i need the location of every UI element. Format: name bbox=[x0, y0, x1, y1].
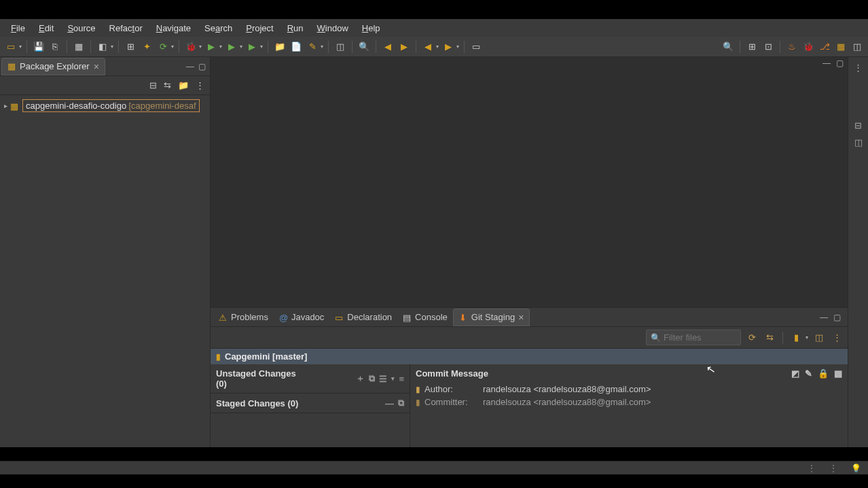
status-bar: ⋮ ⋮ 💡 bbox=[0, 461, 868, 474]
view-menu-icon[interactable]: ⋮ bbox=[196, 80, 204, 90]
menu-run[interactable]: Run bbox=[281, 20, 310, 36]
add-selected-icon[interactable]: ＋ bbox=[356, 372, 365, 385]
focus-task-icon[interactable]: 📁 bbox=[178, 80, 189, 90]
link-editor-icon[interactable]: ⇆ bbox=[164, 80, 171, 90]
open-type-icon[interactable]: ◧ bbox=[96, 40, 109, 54]
tab-console[interactable]: ▤ Console bbox=[397, 309, 453, 325]
tab-git-staging[interactable]: ⬇ Git Staging × bbox=[453, 309, 530, 326]
amend-icon[interactable]: ◩ bbox=[791, 368, 799, 379]
run-icon[interactable]: ▶ bbox=[204, 40, 218, 54]
author-icon: ▮ bbox=[416, 385, 420, 394]
status-progress-icon[interactable]: ⋮ bbox=[829, 464, 837, 473]
save-all-icon[interactable]: ⎘ bbox=[48, 40, 62, 54]
menu-help[interactable]: Help bbox=[355, 20, 387, 36]
debug-icon[interactable]: 🐞 bbox=[184, 40, 198, 54]
menu-navigate[interactable]: Navigate bbox=[149, 20, 198, 36]
menu-edit[interactable]: Edit bbox=[32, 20, 60, 36]
view-menu-icon[interactable]: ⋮ bbox=[830, 331, 844, 345]
minimize-icon[interactable]: — bbox=[186, 62, 194, 71]
tab-problems[interactable]: ⚠ Problems bbox=[213, 309, 274, 325]
new-icon[interactable]: ▭ bbox=[4, 40, 18, 54]
author-value[interactable]: randelsouza <randelsouza88@gmail.com> bbox=[483, 384, 651, 394]
minimize-icon[interactable]: — bbox=[822, 58, 831, 68]
menu-refactor[interactable]: Refactor bbox=[103, 20, 149, 36]
changeid-icon[interactable]: 🔒 bbox=[818, 368, 829, 379]
javadoc-icon: @ bbox=[279, 313, 288, 321]
tip-icon[interactable]: 💡 bbox=[851, 464, 861, 473]
collapse-all-icon[interactable]: ⊟ bbox=[149, 80, 157, 90]
preview-icon[interactable]: ▦ bbox=[834, 368, 842, 379]
author-label: Author: bbox=[424, 384, 479, 394]
pin-editor-icon[interactable]: ▭ bbox=[469, 40, 483, 54]
perspective-switch-icon[interactable]: ⊡ bbox=[761, 40, 775, 54]
debug-perspective-icon[interactable]: 🐞 bbox=[801, 40, 815, 54]
menu-project[interactable]: Project bbox=[239, 20, 280, 36]
menu-window[interactable]: Window bbox=[310, 20, 355, 36]
new-class-icon[interactable]: 📄 bbox=[289, 40, 303, 54]
minimize-icon[interactable]: — bbox=[820, 313, 828, 322]
new-package-icon[interactable]: 📁 bbox=[273, 40, 287, 54]
coverage-icon[interactable]: ▶ bbox=[225, 40, 238, 54]
window-titlebar bbox=[0, 0, 868, 19]
save-icon[interactable]: 💾 bbox=[32, 40, 46, 54]
open-perspective-icon[interactable]: ⊞ bbox=[745, 40, 759, 54]
repo-title: Capgemini [master] bbox=[225, 351, 307, 362]
menu-file[interactable]: File bbox=[4, 20, 32, 36]
resource-perspective-icon[interactable]: ▦ bbox=[834, 40, 848, 54]
outline-trim-icon[interactable]: ⋮ bbox=[854, 63, 863, 73]
close-icon[interactable]: × bbox=[518, 312, 524, 323]
problems-icon: ⚠ bbox=[219, 313, 228, 321]
repo-select-icon[interactable]: ▮ bbox=[789, 331, 803, 345]
project-node[interactable]: ▸ ▦ capgemini-desafio-codigo [capgemini-… bbox=[1, 98, 209, 114]
resume-icon[interactable]: ⟳ bbox=[156, 40, 170, 54]
add-all-icon[interactable]: ⧉ bbox=[369, 373, 375, 384]
build-icon[interactable]: ▦ bbox=[72, 40, 86, 54]
prev-annotation-icon[interactable]: ◀ bbox=[381, 40, 395, 54]
unstage-selected-icon[interactable]: — bbox=[385, 398, 394, 408]
staged-section: Staged Changes (0) — ⧉ bbox=[211, 394, 410, 413]
open-task-icon[interactable]: ◫ bbox=[333, 40, 347, 54]
package-explorer-label: Package Explorer bbox=[20, 61, 90, 71]
compare-mode-icon[interactable]: ◫ bbox=[812, 331, 826, 345]
team-perspective-icon[interactable]: ◫ bbox=[850, 40, 864, 54]
next-annotation-icon[interactable]: ▶ bbox=[397, 40, 411, 54]
menu-search[interactable]: Search bbox=[198, 20, 239, 36]
sort-dropdown[interactable]: ▾ bbox=[391, 375, 395, 382]
maximize-icon[interactable]: ▢ bbox=[833, 313, 841, 322]
skip-breakpoints-icon[interactable]: ✦ bbox=[140, 40, 153, 54]
menu-source[interactable]: Source bbox=[60, 20, 102, 36]
tab-javadoc[interactable]: @ Javadoc bbox=[274, 309, 329, 325]
signoff-icon[interactable]: ✎ bbox=[805, 368, 812, 379]
java-perspective-icon[interactable]: ♨ bbox=[785, 40, 799, 54]
expand-arrow-icon[interactable]: ▸ bbox=[4, 102, 7, 109]
filter-files-field[interactable] bbox=[664, 332, 736, 343]
run-last-icon[interactable]: ▶ bbox=[245, 40, 259, 54]
maximize-icon[interactable]: ▢ bbox=[198, 62, 206, 71]
committer-value[interactable]: randelsouza <randelsouza88@gmail.com> bbox=[483, 397, 651, 407]
minimap-trim-icon[interactable]: ◫ bbox=[854, 137, 863, 147]
project-tree[interactable]: ▸ ▦ capgemini-desafio-codigo [capgemini-… bbox=[0, 95, 210, 447]
new-dropdown[interactable]: ▾ bbox=[19, 43, 22, 50]
new-folder-icon[interactable]: ✎ bbox=[306, 40, 319, 54]
presentation-icon[interactable]: ☰ bbox=[379, 374, 387, 384]
package-explorer-tab[interactable]: ▦ Package Explorer × bbox=[1, 58, 105, 75]
back-icon[interactable]: ◀ bbox=[421, 40, 435, 54]
link-selection-icon[interactable]: ⇆ bbox=[763, 331, 776, 345]
task-list-trim-icon[interactable]: ⊟ bbox=[854, 120, 862, 130]
filter-files-input[interactable]: 🔍 bbox=[646, 330, 741, 345]
main-toolbar: ▭▾ 💾 ⎘ ▦ ◧▾ ⊞ ✦ ⟳▾ 🐞▾ ▶▾ ▶▾ ▶▾ 📁 📄 ✎▾ ◫ … bbox=[0, 37, 868, 57]
maximize-icon[interactable]: ▢ bbox=[836, 58, 844, 68]
search-tool-icon[interactable]: 🔍 bbox=[357, 40, 371, 54]
close-icon[interactable]: × bbox=[94, 61, 99, 72]
tab-declaration[interactable]: ▭ Declaration bbox=[329, 309, 397, 325]
console-icon: ▤ bbox=[403, 313, 412, 321]
unstage-all-icon[interactable]: ⧉ bbox=[398, 398, 404, 408]
quick-access-icon[interactable]: 🔍 bbox=[721, 40, 735, 54]
status-handle-icon[interactable]: ⋮ bbox=[808, 464, 816, 473]
toggle-breadcrumb-icon[interactable]: ⊞ bbox=[124, 40, 137, 54]
git-perspective-icon[interactable]: ⎇ bbox=[818, 40, 831, 54]
declaration-icon: ▭ bbox=[335, 313, 344, 321]
sort-icon[interactable]: ≡ bbox=[399, 374, 404, 384]
forward-icon[interactable]: ▶ bbox=[441, 40, 455, 54]
refresh-icon[interactable]: ⟳ bbox=[745, 331, 759, 345]
